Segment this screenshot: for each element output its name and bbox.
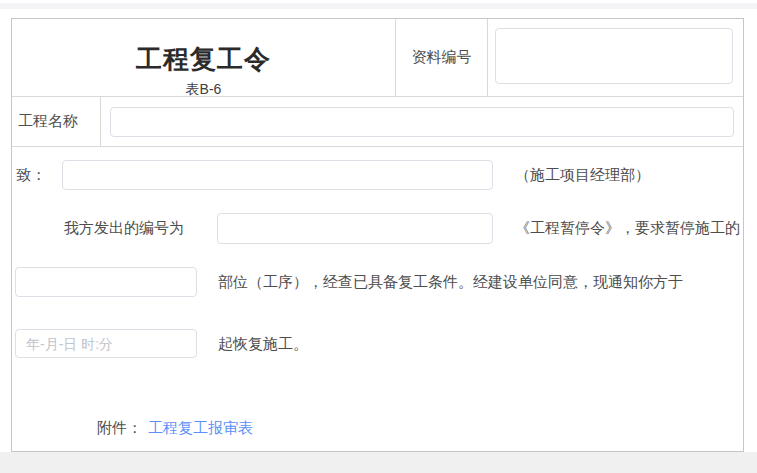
work-part-input[interactable] <box>15 267 197 297</box>
resume-datetime-input[interactable] <box>15 329 197 358</box>
to-suffix-text: （施工项目经理部） <box>515 160 650 190</box>
project-name-input[interactable] <box>110 107 734 137</box>
attachment-link[interactable]: 工程复工报审表 <box>148 419 253 436</box>
work-part-suffix-text: 部位（工序），经查已具备复工条件。经建设单位同意，现通知你方于 <box>218 267 683 297</box>
resume-suffix-text: 起恢复施工。 <box>218 329 308 359</box>
attachment-row: 附件：工程复工报审表 <box>97 413 253 443</box>
issued-number-prefix-text: 我方发出的编号为 <box>64 213 184 243</box>
name-row-divider <box>12 146 743 147</box>
resumption-order-form: 工程复工令 表B-6 资料编号 工程名称 致： （施工项目经理部） 我方发出的编… <box>11 18 744 452</box>
top-divider-strip <box>0 3 757 9</box>
doc-number-input[interactable] <box>495 28 733 84</box>
docno-cell-divider <box>487 19 488 96</box>
to-recipient-input[interactable] <box>62 160 493 190</box>
form-title: 工程复工令 <box>12 45 395 73</box>
project-name-label: 工程名称 <box>18 97 78 146</box>
attachment-label: 附件： <box>97 419 142 436</box>
page-background-bottom <box>0 452 757 473</box>
issued-number-suffix-text: 《工程暂停令》，要求暂停施工的 <box>515 213 740 243</box>
name-cell-divider <box>100 97 101 146</box>
issued-number-input[interactable] <box>217 213 493 244</box>
to-label: 致： <box>16 160 46 190</box>
doc-number-label: 资料编号 <box>396 19 487 96</box>
